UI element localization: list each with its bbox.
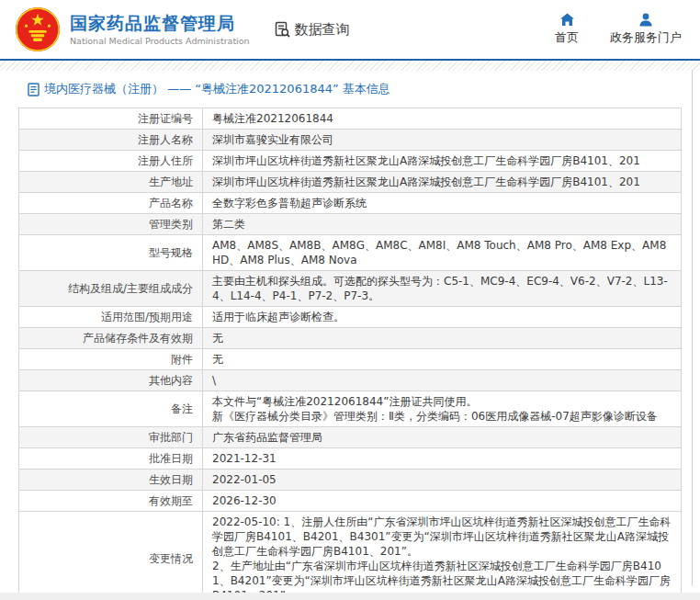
top-nav: 首页 政务服务门户 (555, 13, 687, 46)
table-row: 型号规格AM8、AM8S、AM8B、AM8G、AM8C、AM8I、AM8 Tou… (19, 235, 682, 271)
row-value: 无 (203, 328, 682, 349)
row-value: 2022-01-05 (203, 470, 682, 491)
table-row: 批准日期2021-12-31 (19, 448, 682, 470)
row-label: 型号规格 (19, 235, 203, 271)
table-row: 管理类别第二类 (19, 214, 682, 235)
page: 国家药品监督管理局 National Medical Products Admi… (0, 0, 700, 593)
org-name-cn: 国家药品监督管理局 (70, 13, 250, 34)
data-query-label: 数据查询 (295, 21, 350, 39)
table-row: 产品名称全数字彩色多普勒超声诊断系统 (19, 193, 682, 214)
table-row: 其他内容\ (19, 370, 682, 391)
row-label: 生产地址 (19, 172, 203, 193)
nav-data-query[interactable]: 数据查询 (274, 21, 350, 39)
row-label: 产品储存条件及有效期 (19, 328, 203, 349)
row-value: 2021-12-31 (203, 448, 682, 470)
row-label: 变更情况 (19, 512, 203, 594)
row-value: 2026-12-30 (203, 491, 682, 512)
table-row: 注册人名称深圳市嘉骏实业有限公司 (19, 130, 682, 151)
row-value: 第二类 (203, 214, 682, 235)
table-row: 注册人住所深圳市坪山区坑梓街道秀新社区聚龙山A路深城投创意工厂生命科学园厂房B4… (19, 151, 682, 172)
nav-portal[interactable]: 政务服务门户 (610, 13, 682, 46)
row-value: 深圳市嘉骏实业有限公司 (203, 130, 682, 151)
table-row: 产品储存条件及有效期无 (19, 328, 682, 349)
nav-home[interactable]: 首页 (555, 13, 579, 46)
home-icon (559, 13, 575, 27)
page-icon (28, 83, 40, 96)
row-value: 深圳市坪山区坑梓街道秀新社区聚龙山A路深城投创意工厂生命科学园厂房B4101、2… (203, 172, 682, 193)
row-label: 生效日期 (19, 470, 203, 491)
table-row: 有效期至2026-12-30 (19, 491, 682, 512)
table-row: 审批部门广东省药品监督管理局 (19, 427, 682, 448)
site-header: 国家药品监督管理局 National Medical Products Admi… (0, 0, 700, 59)
table-row: 生效日期2022-01-05 (19, 470, 682, 491)
row-value: 全数字彩色多普勒超声诊断系统 (203, 193, 682, 214)
row-label: 有效期至 (19, 491, 203, 512)
table-row: 结构及组成/主要组成成分主要由主机和探头组成。可选配的探头型号为：C5-1、MC… (19, 271, 682, 307)
row-label: 注册人住所 (19, 151, 203, 172)
row-label: 其他内容 (19, 370, 203, 391)
user-icon (638, 13, 653, 27)
row-value: \ (203, 370, 682, 391)
document-search-icon (274, 21, 291, 39)
row-label: 审批部门 (19, 427, 203, 448)
row-value: 无 (203, 349, 682, 370)
row-label: 结构及组成/主要组成成分 (19, 271, 203, 307)
table-row: 生产地址深圳市坪山区坑梓街道秀新社区聚龙山A路深城投创意工厂生命科学园厂房B41… (19, 172, 682, 193)
national-emblem-logo (15, 6, 61, 52)
breadcrumb: 境内医疗器械（注册） —— “粤械注准20212061844” 基本信息 (0, 71, 700, 104)
nav-home-label: 首页 (555, 29, 579, 46)
row-value: 粤械注准20212061844 (203, 108, 682, 130)
scrollbar-track[interactable] (692, 70, 693, 586)
row-label: 备注 (19, 391, 203, 427)
row-label: 批准日期 (19, 448, 203, 470)
row-value: 主要由主机和探头组成。可选配的探头型号为：C5-1、MC9-4、EC9-4、V6… (203, 271, 682, 307)
table-row: 适用范围/预期用途适用于临床超声诊断检查。 (19, 307, 682, 328)
info-table-body: 注册证编号粤械注准20212061844注册人名称深圳市嘉骏实业有限公司注册人住… (19, 108, 682, 594)
row-label: 产品名称 (19, 193, 203, 214)
row-label: 注册证编号 (19, 108, 203, 130)
hatched-strip (0, 61, 700, 71)
row-value: 本文件与“粤械注准20212061844”注册证共同使用。 新《医疗器械分类目录… (203, 391, 682, 427)
row-label: 管理类别 (19, 214, 203, 235)
org-name-en: National Medical Products Administration (70, 36, 250, 46)
table-row: 注册证编号粤械注准20212061844 (19, 108, 682, 130)
table-row: 备注本文件与“粤械注准20212061844”注册证共同使用。 新《医疗器械分类… (19, 391, 682, 427)
row-value: 深圳市坪山区坑梓街道秀新社区聚龙山A路深城投创意工厂生命科学园厂房B4101、2… (203, 151, 682, 172)
table-row: 变更情况2022-05-10: 1、注册人住所由“广东省深圳市坪山区坑梓街道秀新… (19, 512, 682, 594)
table-row: 附件无 (19, 349, 682, 370)
breadcrumb-text: 境内医疗器械（注册） —— “粤械注准20212061844” 基本信息 (44, 81, 390, 97)
nav-portal-label: 政务服务门户 (610, 29, 682, 46)
brand-home-link[interactable]: 国家药品监督管理局 National Medical Products Admi… (15, 6, 250, 52)
row-value: AM8、AM8S、AM8B、AM8G、AM8C、AM8I、AM8 Touch、A… (203, 235, 682, 271)
row-label: 注册人名称 (19, 130, 203, 151)
brand-text: 国家药品监督管理局 National Medical Products Admi… (70, 13, 250, 46)
row-value: 2022-05-10: 1、注册人住所由“广东省深圳市坪山区坑梓街道秀新社区深城… (203, 512, 682, 594)
row-label: 附件 (19, 349, 203, 370)
info-table: 注册证编号粤械注准20212061844注册人名称深圳市嘉骏实业有限公司注册人住… (18, 108, 682, 593)
row-value: 适用于临床超声诊断检查。 (203, 307, 682, 328)
row-value: 广东省药品监督管理局 (203, 427, 682, 448)
row-label: 适用范围/预期用途 (19, 307, 203, 328)
